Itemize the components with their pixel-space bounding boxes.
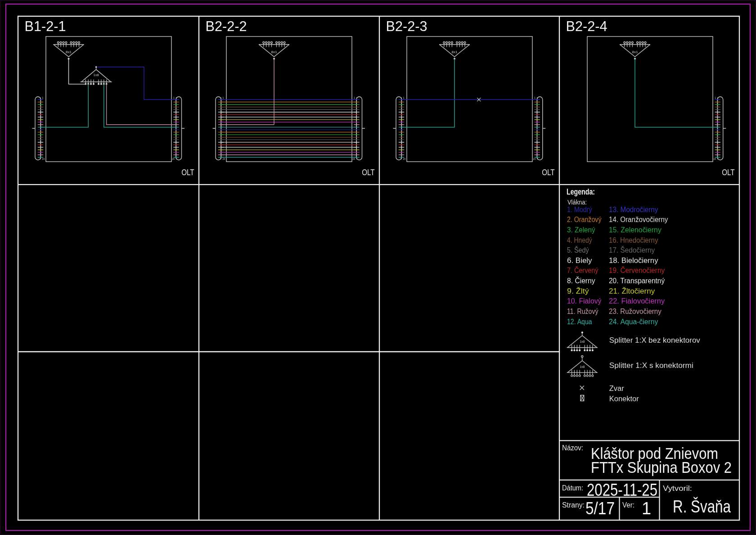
svg-text:OLT: OLT <box>362 168 375 177</box>
svg-text:14. Oranžovočierny: 14. Oranžovočierny <box>609 216 668 223</box>
svg-text:B1-2-1: B1-2-1 <box>25 18 66 34</box>
svg-text:24: 24 <box>42 158 45 160</box>
svg-text:23. Ružovočierny: 23. Ružovočierny <box>609 308 662 315</box>
svg-text:4. Hnedý: 4. Hnedý <box>567 236 592 244</box>
svg-text:5. Šedý: 5. Šedý <box>567 246 589 254</box>
svg-text:OLT: OLT <box>181 168 194 177</box>
svg-text:24: 24 <box>352 158 355 160</box>
svg-text:2025-11-25: 2025-11-25 <box>587 481 657 499</box>
svg-text:1: 1 <box>403 96 405 99</box>
svg-text:21. Žltočierny: 21. Žltočierny <box>609 287 655 295</box>
svg-text:8x1: 8x1 <box>632 50 638 54</box>
svg-text:2. Oranžový: 2. Oranžový <box>567 216 602 223</box>
svg-text:13. Modročierny: 13. Modročierny <box>609 206 658 213</box>
svg-text:1x8: 1x8 <box>580 365 585 368</box>
svg-text:17. Šedočierny: 17. Šedočierny <box>609 246 655 254</box>
svg-text:24. Aqua-čierny: 24. Aqua-čierny <box>609 318 658 326</box>
svg-text:11. Ružový: 11. Ružový <box>567 308 598 315</box>
svg-text:B2-2-3: B2-2-3 <box>386 18 428 34</box>
svg-text:1x8: 1x8 <box>580 340 585 343</box>
svg-text:Názov:: Názov: <box>562 444 583 452</box>
svg-text:8x1: 8x1 <box>271 50 277 54</box>
svg-text:Vytvoril:: Vytvoril: <box>663 485 692 492</box>
svg-text:Splitter 1:X bez konektorov: Splitter 1:X bez konektorov <box>609 336 700 344</box>
svg-text:10. Fialový: 10. Fialový <box>567 297 602 305</box>
svg-text:9. Žltý: 9. Žltý <box>567 287 589 295</box>
svg-text:OLT: OLT <box>722 168 735 177</box>
svg-text:20. Transparentný: 20. Transparentný <box>609 277 665 285</box>
svg-text:16. Hnedočierny: 16. Hnedočierny <box>609 236 658 244</box>
svg-text:1: 1 <box>42 96 44 99</box>
svg-text:Ver:: Ver: <box>622 501 634 509</box>
svg-text:OLT: OLT <box>542 168 555 177</box>
svg-text:24: 24 <box>172 158 175 160</box>
svg-text:24: 24 <box>714 158 716 160</box>
svg-text:1. Modrý: 1. Modrý <box>567 206 592 213</box>
svg-text:1: 1 <box>354 96 355 99</box>
svg-text:18. Bieločierny: 18. Bieločierny <box>609 257 658 264</box>
svg-text:Splitter 1:X s konektormi: Splitter 1:X s konektormi <box>609 362 693 369</box>
svg-text:1: 1 <box>223 96 224 99</box>
svg-text:FTTx Skupina Boxov 2: FTTx Skupina Boxov 2 <box>591 458 732 476</box>
svg-text:Legenda:: Legenda: <box>567 187 595 196</box>
svg-text:Vlákna:: Vlákna: <box>567 198 587 206</box>
svg-text:24: 24 <box>223 158 225 160</box>
svg-text:8. Čierny: 8. Čierny <box>567 277 595 285</box>
svg-text:24: 24 <box>403 158 406 160</box>
svg-text:Zvar: Zvar <box>609 385 625 392</box>
svg-text:8x1: 8x1 <box>452 50 458 54</box>
svg-text:22. Fialovočierny: 22. Fialovočierny <box>609 297 665 305</box>
svg-text:7. Červený: 7. Červený <box>567 266 598 274</box>
svg-text:8x1: 8x1 <box>66 50 72 54</box>
svg-text:1x8: 1x8 <box>94 73 99 77</box>
svg-text:1: 1 <box>534 96 536 99</box>
svg-text:R. Švaňa: R. Švaňa <box>673 497 731 516</box>
svg-text:15. Zelenočierny: 15. Zelenočierny <box>609 226 662 234</box>
svg-text:B2-2-2: B2-2-2 <box>206 18 247 34</box>
svg-text:12. Aqua: 12. Aqua <box>567 318 592 326</box>
svg-text:6. Biely: 6. Biely <box>567 257 592 264</box>
svg-text:Dátum:: Dátum: <box>562 484 583 492</box>
svg-text:B2-2-4: B2-2-4 <box>566 18 608 34</box>
svg-text:Konektor: Konektor <box>609 395 639 403</box>
svg-text:5/17: 5/17 <box>585 499 615 518</box>
svg-text:19. Červenočierny: 19. Červenočierny <box>609 266 665 274</box>
svg-text:1: 1 <box>642 499 651 518</box>
svg-text:24: 24 <box>533 158 536 160</box>
svg-text:1: 1 <box>173 96 175 99</box>
svg-text:1: 1 <box>715 96 716 99</box>
svg-text:3. Zelený: 3. Zelený <box>567 226 595 234</box>
svg-text:Strany:: Strany: <box>562 501 585 509</box>
